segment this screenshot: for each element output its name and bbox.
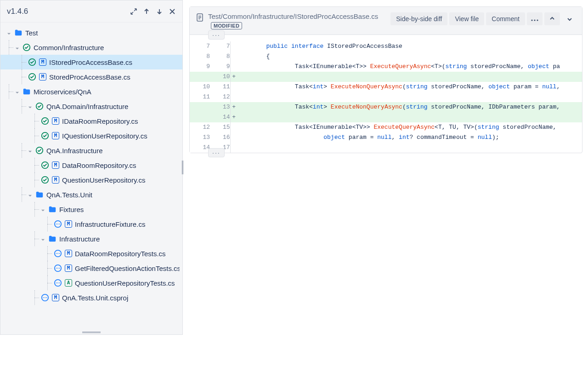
file-tree-sidebar: v1.4.6 TestCommon/InfrastructureMIStored…: [0, 0, 183, 335]
svg-point-16: [59, 253, 60, 254]
chevron-down-icon[interactable]: [28, 104, 34, 109]
arrow-up-icon[interactable]: [140, 5, 153, 18]
old-line-number: 9: [190, 62, 210, 72]
folder-item[interactable]: Fixtures: [0, 202, 182, 217]
tree-item-label: Microservices/QnA: [34, 88, 91, 96]
diff-panel: Test/Common/Infrastructure/IStoredProcAc…: [183, 0, 588, 368]
ellipsis-circle-icon: [54, 249, 62, 258]
version-label: v1.4.6: [7, 7, 127, 16]
check-circle-icon: [23, 43, 31, 52]
tree-item-label: QnA.Tests.Unit: [46, 191, 92, 199]
file-item[interactable]: MStoredProcAccessBase.cs: [0, 69, 182, 84]
folder-item[interactable]: Microservices/QnA: [0, 84, 182, 99]
folder-icon: [48, 205, 57, 213]
tree-item-label: QnA.Tests.Unit.csproj: [62, 294, 128, 302]
diff-code-table: 77 public interface IStoredProcAccessBas…: [190, 41, 582, 153]
folder-item[interactable]: Common/Infrastructure: [0, 40, 182, 55]
folder-item[interactable]: QnA.Infrastructure: [0, 143, 182, 158]
arrow-down-icon[interactable]: [153, 5, 166, 18]
side-by-side-diff-button[interactable]: Side-by-side diff: [390, 12, 447, 25]
collapse-up-button[interactable]: [544, 12, 560, 25]
folder-item[interactable]: Infrastructure: [0, 231, 182, 246]
expand-icon[interactable]: [127, 5, 140, 18]
file-item[interactable]: MInfrastructureFixture.cs: [0, 217, 182, 231]
folder-item[interactable]: QnA.Domain/Infrastructure: [0, 99, 182, 114]
view-file-button[interactable]: View file: [449, 12, 484, 25]
expand-context-bottom[interactable]: ···: [208, 148, 225, 157]
file-item[interactable]: MQuestionUserRepository.cs: [0, 172, 182, 187]
svg-point-11: [57, 224, 58, 224]
chevron-down-icon[interactable]: [7, 30, 12, 35]
diff-file-heading: Test/Common/Infrastructure/IStoredProcAc…: [195, 12, 390, 30]
sidebar-resize-horizontal[interactable]: [0, 330, 182, 334]
tree-item-label: GetFilteredQuestionActionTests.cs: [75, 264, 180, 272]
file-item[interactable]: MIQuestionUserRepository.cs: [0, 128, 182, 143]
diff-line[interactable]: 77 public interface IStoredProcAccessBas…: [190, 41, 582, 52]
diff-line[interactable]: 1011 Task<int> ExecuteNonQueryAsync(stri…: [190, 82, 582, 92]
file-item[interactable]: MQnA.Tests.Unit.csproj: [0, 290, 182, 305]
old-line-number: 7: [190, 41, 210, 52]
chevron-down-icon[interactable]: [41, 236, 46, 242]
new-line-number: 7: [210, 41, 230, 52]
diff-marker: [230, 132, 237, 143]
new-line-number: 15: [210, 122, 230, 132]
diff-actions: Side-by-side diff View file Comment: [390, 12, 577, 26]
change-badge: M: [65, 250, 72, 257]
file-item[interactable]: MDataRoomRepository.cs: [0, 158, 182, 172]
chevron-down-icon[interactable]: [15, 89, 21, 94]
svg-point-12: [59, 224, 60, 224]
check-circle-icon: [35, 102, 44, 110]
tree-item-label: Test: [25, 29, 38, 37]
code-content: [237, 143, 582, 153]
chevron-down-icon[interactable]: [15, 45, 21, 50]
diff-line[interactable]: 99 Task<IEnumerable<T>> ExecuteQueryAsyn…: [190, 62, 582, 72]
diff-marker: [230, 122, 237, 132]
diff-marker: +: [230, 72, 237, 82]
comment-button[interactable]: Comment: [486, 12, 525, 25]
close-icon[interactable]: [166, 5, 179, 18]
folder-item[interactable]: QnA.Tests.Unit: [0, 187, 182, 202]
tree-item-label: Common/Infrastructure: [34, 44, 104, 52]
diff-line[interactable]: 1112: [190, 92, 582, 102]
change-badge: M: [65, 220, 72, 228]
folder-icon: [14, 29, 23, 37]
old-line-number: 13: [190, 132, 210, 143]
folder-icon: [35, 190, 44, 199]
diff-line[interactable]: 1417: [190, 143, 582, 153]
check-circle-icon: [41, 117, 49, 125]
old-line-number: 11: [190, 92, 210, 102]
tree-item-label: IStoredProcAccessBase.cs: [49, 58, 132, 66]
svg-point-31: [534, 19, 535, 21]
tree-item-label: QnA.Domain/Infrastructure: [46, 103, 128, 110]
file-item[interactable]: MDataRoomRepositoryTests.cs: [0, 246, 182, 261]
new-line-number: 9: [210, 62, 230, 72]
sidebar-resize-vertical[interactable]: [181, 158, 184, 177]
change-badge: M: [65, 264, 72, 272]
file-item[interactable]: MIDataRoomRepository.cs: [0, 114, 182, 128]
more-actions-button[interactable]: [527, 12, 543, 25]
change-badge: M: [52, 294, 59, 301]
diff-line[interactable]: 1215 Task<IEnumerable<TV>> ExecuteQueryA…: [190, 122, 582, 132]
expand-context-top[interactable]: ···: [208, 30, 225, 40]
diff-line[interactable]: 1316 object param = null, int? commandTi…: [190, 132, 582, 143]
folder-item[interactable]: Test: [0, 25, 182, 40]
tree-item-label: IQuestionUserRepository.cs: [62, 132, 147, 140]
file-item[interactable]: AQuestionUserRepositoryTests.cs: [0, 276, 182, 290]
folder-icon: [48, 235, 57, 243]
diff-line[interactable]: 13+ Task<int> ExecuteNonQueryAsync(strin…: [190, 102, 582, 112]
chevron-down-icon[interactable]: [28, 148, 34, 153]
file-item[interactable]: MIStoredProcAccessBase.cs: [0, 55, 182, 69]
diff-line[interactable]: 14+: [190, 112, 582, 122]
tree-item-label: IDataRoomRepository.cs: [62, 117, 138, 125]
diff-marker: [230, 52, 237, 62]
diff-marker: [230, 41, 237, 52]
code-content: Task<int> ExecuteNonQueryAsync(string st…: [237, 82, 582, 92]
collapse-down-button[interactable]: [562, 13, 577, 26]
chevron-down-icon[interactable]: [28, 192, 34, 197]
svg-point-28: [46, 297, 47, 298]
chevron-down-icon[interactable]: [41, 207, 46, 212]
tree-item-label: DataRoomRepository.cs: [62, 161, 136, 169]
diff-line[interactable]: 10+: [190, 72, 582, 82]
file-item[interactable]: MGetFilteredQuestionActionTests.cs: [0, 261, 182, 276]
diff-line[interactable]: 88 {: [190, 52, 582, 62]
